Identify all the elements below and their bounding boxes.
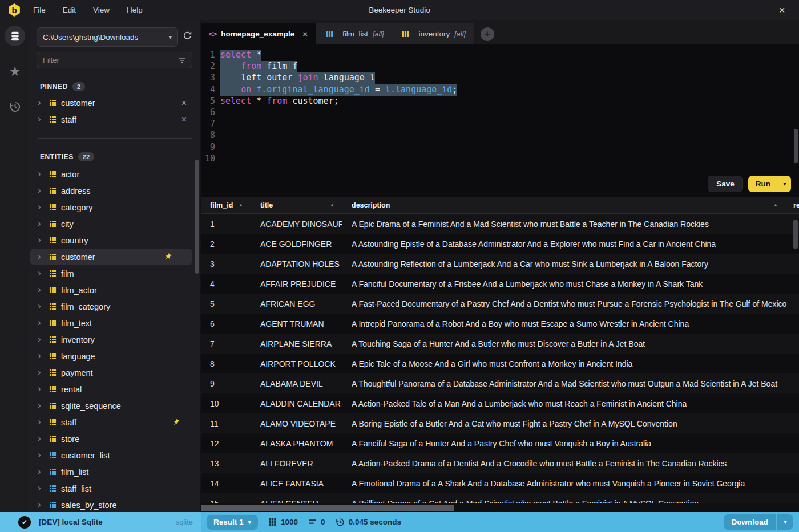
entity-item-rental[interactable]: ›rental bbox=[30, 381, 200, 397]
entity-item-category[interactable]: ›category bbox=[30, 199, 200, 216]
column-header-title[interactable]: title ▲ bbox=[251, 197, 342, 213]
database-nav-icon[interactable] bbox=[5, 26, 25, 46]
cell-title[interactable]: ALI FOREVER bbox=[251, 459, 342, 468]
chevron-right-icon[interactable]: › bbox=[38, 433, 47, 443]
cell-title[interactable]: ADAPTATION HOLES bbox=[251, 259, 342, 269]
cell-film-id[interactable]: 7 bbox=[201, 339, 251, 348]
entity-item-customer[interactable]: ›customer bbox=[30, 249, 192, 265]
table-row[interactable]: 9ALABAMA DEVILA Thoughtful Panorama of a… bbox=[201, 373, 799, 393]
cell-title[interactable]: AIRPLANE SIERRA bbox=[251, 339, 342, 348]
chevron-right-icon[interactable]: › bbox=[38, 384, 47, 393]
cell-title[interactable]: ACE GOLDFINGER bbox=[251, 239, 342, 249]
cell-film-id[interactable]: 9 bbox=[201, 379, 251, 388]
cell-description[interactable]: A Action-Packed Drama of a Dentist And a… bbox=[342, 459, 799, 468]
cell-description[interactable]: A Boring Epistle of a Butler And a Cat w… bbox=[342, 419, 799, 428]
cell-film-id[interactable]: 1 bbox=[201, 220, 251, 229]
chevron-right-icon[interactable]: › bbox=[38, 483, 47, 493]
table-row[interactable]: 3ADAPTATION HOLESA Astounding Reflection… bbox=[201, 254, 799, 274]
chevron-right-icon[interactable]: › bbox=[38, 185, 47, 195]
result-selector-button[interactable]: Result 1 ▾ bbox=[207, 515, 258, 530]
cell-title[interactable]: AFRICAN EGG bbox=[251, 299, 342, 308]
chevron-right-icon[interactable]: › bbox=[38, 301, 47, 311]
entity-item-customer_list[interactable]: ›customer_list bbox=[30, 447, 200, 464]
cell-title[interactable]: ACADEMY DINOSAUR bbox=[251, 220, 342, 229]
menu-help[interactable]: Help bbox=[127, 6, 143, 14]
cell-description[interactable]: A Action-Packed Tale of a Man And a Lumb… bbox=[342, 399, 799, 408]
download-button[interactable]: Download ▾ bbox=[724, 514, 794, 530]
tab-inventory[interactable]: inventory[all] bbox=[392, 23, 473, 44]
chevron-right-icon[interactable]: › bbox=[38, 268, 47, 278]
pinned-item-customer[interactable]: ›customer× bbox=[30, 95, 200, 111]
column-header-film-id[interactable]: film_id ▲ bbox=[201, 197, 251, 213]
table-row[interactable]: 14ALICE FANTASIAA Emotional Drama of a A… bbox=[201, 473, 799, 493]
table-row[interactable]: 12ALASKA PHANTOMA Fanciful Saga of a Hun… bbox=[201, 433, 799, 453]
cell-title[interactable]: ALASKA PHANTOM bbox=[251, 439, 342, 448]
horizontal-scrollbar-track[interactable] bbox=[201, 503, 799, 512]
close-icon[interactable]: × bbox=[777, 4, 786, 17]
favorites-nav-icon[interactable]: ★ bbox=[5, 61, 25, 82]
new-tab-button[interactable]: + bbox=[481, 27, 494, 41]
cell-film-id[interactable]: 13 bbox=[201, 459, 251, 468]
cell-description[interactable]: A Intrepid Panorama of a Robot And a Boy… bbox=[342, 319, 799, 328]
chevron-right-icon[interactable]: › bbox=[38, 285, 47, 294]
column-header-description[interactable]: description ▲ bbox=[342, 197, 786, 213]
chevron-right-icon[interactable]: › bbox=[38, 417, 47, 427]
sql-editor[interactable]: Save Run ▾ 1select *2 from film f3 left … bbox=[201, 44, 799, 197]
entity-item-staff_list[interactable]: ›staff_list bbox=[30, 480, 200, 497]
download-options-caret-icon[interactable]: ▾ bbox=[777, 514, 793, 530]
cell-title[interactable]: ALADDIN CALENDAR bbox=[251, 399, 342, 408]
cell-film-id[interactable]: 6 bbox=[201, 319, 251, 328]
entity-item-city[interactable]: ›city bbox=[30, 216, 200, 232]
table-row[interactable]: 8AIRPORT POLLOCKA Epic Tale of a Moose A… bbox=[201, 354, 799, 373]
maximize-icon[interactable] bbox=[752, 5, 761, 15]
cell-description[interactable]: A Brilliant Drama of a Cat And a Mad Sci… bbox=[342, 499, 799, 504]
cell-title[interactable]: AIRPORT POLLOCK bbox=[251, 359, 342, 368]
cell-title[interactable]: AFFAIR PREJUDICE bbox=[251, 279, 342, 289]
table-row[interactable]: 7AIRPLANE SIERRAA Touching Saga of a Hun… bbox=[201, 334, 799, 354]
table-row[interactable]: 6AGENT TRUMANA Intrepid Panorama of a Ro… bbox=[201, 314, 799, 334]
cell-title[interactable]: ALABAMA DEVIL bbox=[251, 379, 342, 388]
cell-film-id[interactable]: 14 bbox=[201, 479, 251, 488]
chevron-right-icon[interactable]: › bbox=[38, 367, 47, 377]
chevron-right-icon[interactable]: › bbox=[38, 466, 47, 476]
pinned-item-staff[interactable]: ›staff× bbox=[30, 111, 200, 128]
table-row[interactable]: 4AFFAIR PREJUDICEA Fanciful Documentary … bbox=[201, 274, 799, 294]
sidebar-scrollbar[interactable] bbox=[195, 160, 199, 274]
horizontal-scrollbar-thumb[interactable] bbox=[201, 505, 454, 511]
entity-filter-input[interactable]: Filter bbox=[37, 52, 192, 68]
chevron-right-icon[interactable]: › bbox=[38, 334, 47, 344]
cell-film-id[interactable]: 3 bbox=[201, 259, 251, 269]
editor-scrollbar[interactable] bbox=[794, 129, 798, 163]
tab-film_list[interactable]: film_list[all] bbox=[316, 23, 392, 44]
unpin-close-icon[interactable]: × bbox=[181, 115, 187, 125]
entity-item-country[interactable]: ›country bbox=[30, 232, 200, 249]
menu-edit[interactable]: Edit bbox=[63, 6, 76, 14]
column-header-release-partial[interactable]: re bbox=[786, 197, 799, 213]
chevron-right-icon[interactable]: › bbox=[38, 98, 47, 107]
menu-file[interactable]: File bbox=[33, 6, 46, 14]
connection-status-button[interactable]: ✓ [DEV] local Sqlite sqlite bbox=[0, 512, 201, 532]
cell-description[interactable]: A Astounding Reflection of a Lumberjack … bbox=[342, 259, 799, 269]
tab-close-icon[interactable]: × bbox=[302, 29, 308, 39]
table-row[interactable]: 2ACE GOLDFINGERA Astounding Epistle of a… bbox=[201, 234, 799, 254]
entity-item-film[interactable]: ›film bbox=[30, 265, 200, 282]
cell-film-id[interactable]: 8 bbox=[201, 359, 251, 368]
download-button-label[interactable]: Download bbox=[724, 514, 777, 530]
history-nav-icon[interactable] bbox=[5, 96, 25, 117]
chevron-right-icon[interactable]: › bbox=[38, 318, 47, 327]
chevron-right-icon[interactable]: › bbox=[38, 169, 47, 178]
chevron-right-icon[interactable]: › bbox=[38, 400, 47, 410]
cell-description[interactable]: A Epic Tale of a Moose And a Girl who mu… bbox=[342, 359, 799, 368]
cell-description[interactable]: A Astounding Epistle of a Database Admin… bbox=[342, 239, 799, 249]
entity-item-actor[interactable]: ›actor bbox=[30, 166, 200, 182]
entity-item-film_text[interactable]: ›film_text bbox=[30, 315, 200, 331]
chevron-right-icon[interactable]: › bbox=[38, 351, 47, 360]
run-button-label[interactable]: Run bbox=[748, 176, 778, 192]
entity-item-sales_by_store[interactable]: ›sales_by_store bbox=[30, 497, 200, 512]
table-row-partial[interactable]: 15ALIEN CENTERA Brilliant Drama of a Cat… bbox=[201, 493, 799, 503]
unpin-close-icon[interactable]: × bbox=[181, 98, 187, 108]
cell-description[interactable]: A Emotional Drama of a A Shark And a Dat… bbox=[342, 479, 799, 488]
refresh-icon[interactable] bbox=[183, 31, 192, 43]
cell-description[interactable]: A Thoughtful Panorama of a Database Admi… bbox=[342, 379, 799, 388]
run-options-caret-icon[interactable]: ▾ bbox=[778, 176, 791, 192]
